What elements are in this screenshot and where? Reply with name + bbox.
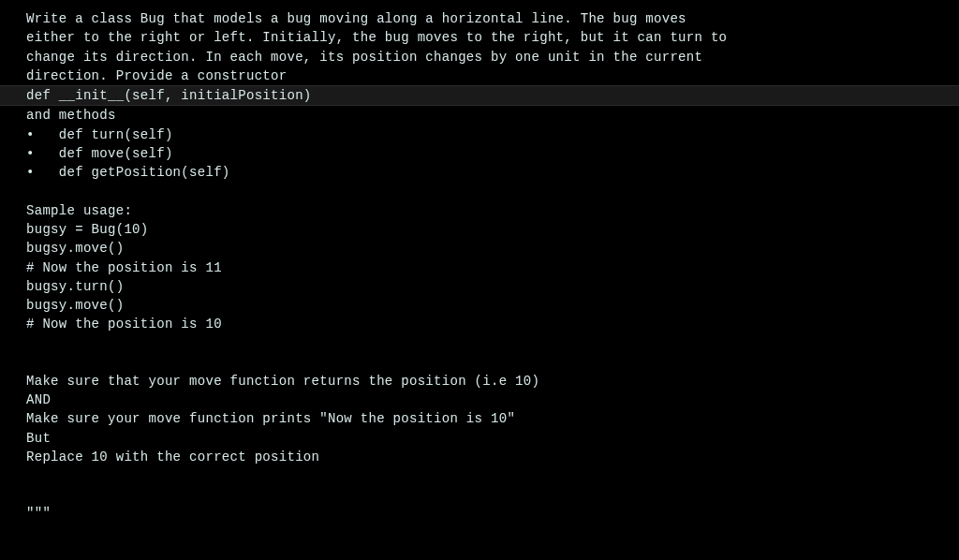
line-content[interactable]: """ (26, 504, 959, 523)
line-number-gutter (0, 372, 26, 391)
code-line[interactable]: bugsy = Bug(10) (0, 220, 959, 239)
code-editor[interactable]: Write a class Bug that models a bug movi… (0, 9, 959, 523)
line-number-gutter (0, 485, 26, 504)
line-number-gutter (0, 504, 26, 523)
code-line[interactable]: def __init__(self, initialPosition) (0, 85, 959, 106)
code-line[interactable]: # Now the position is 10 (0, 315, 959, 333)
line-number-gutter (0, 239, 26, 258)
line-number-gutter (0, 409, 26, 428)
line-content[interactable]: Make sure your move function prints "Now… (26, 409, 959, 428)
code-line[interactable]: # Now the position is 11 (0, 258, 959, 277)
line-content[interactable]: • def move(self) (26, 144, 959, 163)
code-line[interactable] (0, 466, 959, 485)
code-line[interactable]: But (0, 429, 959, 448)
code-line[interactable]: Make sure that your move function return… (0, 372, 959, 391)
code-line[interactable]: • def getPosition(self) (0, 163, 959, 182)
code-line[interactable] (0, 485, 959, 504)
line-content[interactable]: But (26, 429, 959, 448)
code-line[interactable]: direction. Provide a constructor (0, 66, 959, 85)
code-line[interactable]: Write a class Bug that models a bug movi… (0, 9, 959, 28)
code-line[interactable]: either to the right or left. Initially, … (0, 28, 959, 47)
line-number-gutter (0, 466, 26, 485)
line-content[interactable]: • def getPosition(self) (26, 163, 959, 182)
line-content[interactable] (26, 334, 959, 353)
code-line[interactable]: • def turn(self) (0, 125, 959, 144)
code-line[interactable]: • def move(self) (0, 144, 959, 163)
line-number-gutter (0, 334, 26, 353)
code-line[interactable]: bugsy.turn() (0, 277, 959, 296)
line-content[interactable]: Make sure that your move function return… (26, 372, 959, 391)
line-content[interactable]: Replace 10 with the correct position (26, 448, 959, 466)
code-line[interactable]: Make sure your move function prints "Now… (0, 409, 959, 428)
line-content[interactable]: either to the right or left. Initially, … (26, 28, 959, 47)
line-number-gutter (0, 86, 26, 105)
line-number-gutter (0, 296, 26, 315)
line-number-gutter (0, 315, 26, 333)
code-line[interactable]: and methods (0, 106, 959, 125)
line-number-gutter (0, 353, 26, 372)
line-content[interactable]: Write a class Bug that models a bug movi… (26, 9, 959, 28)
line-number-gutter (0, 220, 26, 239)
line-number-gutter (0, 66, 26, 85)
code-line[interactable]: Sample usage: (0, 201, 959, 220)
line-content[interactable] (26, 183, 959, 201)
code-line[interactable]: AND (0, 391, 959, 409)
line-number-gutter (0, 28, 26, 47)
line-content[interactable]: direction. Provide a constructor (26, 66, 959, 85)
code-line[interactable] (0, 353, 959, 372)
line-content[interactable]: bugsy.move() (26, 239, 959, 258)
line-content[interactable]: AND (26, 391, 959, 409)
code-line[interactable]: Replace 10 with the correct position (0, 448, 959, 466)
line-content[interactable]: • def turn(self) (26, 125, 959, 144)
line-number-gutter (0, 391, 26, 409)
line-content[interactable]: Sample usage: (26, 201, 959, 220)
line-number-gutter (0, 9, 26, 28)
code-line[interactable]: change its direction. In each move, its … (0, 48, 959, 66)
code-line[interactable] (0, 183, 959, 201)
code-line[interactable]: bugsy.move() (0, 296, 959, 315)
line-content[interactable] (26, 466, 959, 485)
line-number-gutter (0, 144, 26, 163)
line-number-gutter (0, 163, 26, 182)
line-content[interactable]: # Now the position is 11 (26, 258, 959, 277)
line-content[interactable] (26, 485, 959, 504)
line-number-gutter (0, 277, 26, 296)
line-content[interactable] (26, 353, 959, 372)
line-content[interactable]: bugsy = Bug(10) (26, 220, 959, 239)
line-number-gutter (0, 201, 26, 220)
line-content[interactable]: def __init__(self, initialPosition) (26, 86, 959, 105)
line-content[interactable]: bugsy.turn() (26, 277, 959, 296)
line-content[interactable]: bugsy.move() (26, 296, 959, 315)
line-number-gutter (0, 448, 26, 466)
line-number-gutter (0, 106, 26, 125)
line-number-gutter (0, 429, 26, 448)
line-content[interactable]: and methods (26, 106, 959, 125)
line-content[interactable]: # Now the position is 10 (26, 315, 959, 333)
line-number-gutter (0, 125, 26, 144)
line-content[interactable]: change its direction. In each move, its … (26, 48, 959, 66)
code-line[interactable] (0, 334, 959, 353)
line-number-gutter (0, 258, 26, 277)
line-number-gutter (0, 48, 26, 66)
line-number-gutter (0, 183, 26, 201)
code-line[interactable]: """ (0, 504, 959, 523)
code-line[interactable]: bugsy.move() (0, 239, 959, 258)
